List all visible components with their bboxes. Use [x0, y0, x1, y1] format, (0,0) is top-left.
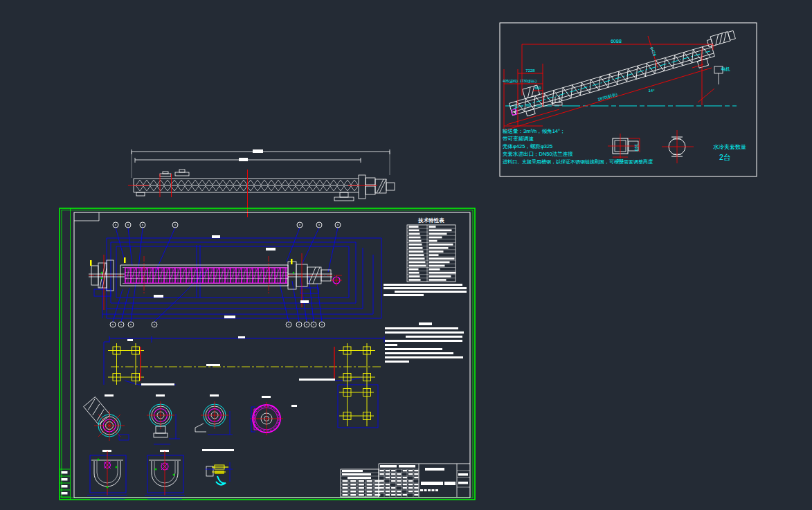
casing: [134, 170, 359, 201]
titleblock-name-area: [419, 464, 470, 497]
technical-notes: [385, 322, 464, 363]
incline-conveyor-drawing[interactable]: 6088 7228 405(进料) 1730(斜长) 600 φ426 1870…: [497, 21, 760, 179]
plan-view: [104, 336, 384, 428]
balloon-dot: [514, 111, 515, 113]
dim-angle: 14°: [648, 89, 655, 93]
dim-feed: 405(进料): [503, 79, 518, 84]
truss-conveyor: [507, 28, 741, 122]
plan-labels: [127, 336, 335, 385]
drawing-title-blob: [421, 482, 443, 485]
cad-model-space[interactable]: 6088 7228 405(进料) 1730(斜长) 600 φ426 1870…: [0, 0, 812, 510]
spec-line-4: 夹套水进出口；DN50法兰连接: [503, 151, 573, 157]
section-trough-2: [145, 451, 185, 499]
round-flange-detail: [662, 130, 694, 163]
tensioner-outline: [338, 385, 378, 428]
section-nozzle-detail: [205, 462, 233, 485]
hose-curve: [216, 476, 226, 485]
section-views: [84, 394, 297, 499]
section-jacket: [250, 402, 283, 435]
drive-assembly: [359, 175, 395, 199]
assembly-drawing-sheet[interactable]: 技术特性表: [58, 206, 478, 504]
anchor-bolts-tensioner: [339, 385, 374, 426]
anchor-bolts-left: [108, 343, 144, 385]
spec-line-5: 进料口、支腿采用槽钢，以保证不锈钢链接刚固，可根据需要调整高度: [503, 159, 653, 165]
dim-shell: φ426: [650, 46, 657, 57]
jacket-qty: 2台: [719, 153, 730, 161]
dim-pitch: 1730(斜长): [520, 79, 537, 84]
dim-text-blob: [253, 149, 263, 153]
section-labels: [102, 394, 297, 452]
title-block: [341, 464, 470, 497]
jacket-label: 水冷夹套数量: [713, 144, 746, 150]
titleblock-grid: [379, 464, 419, 497]
tail-end-assembly: [89, 255, 126, 310]
spec-notes: 输送量：3m³/h，倾角14°； 带可变频调速 壳体φ425，螺距φ325 夹套…: [503, 128, 653, 165]
main-assembly-view: [89, 222, 381, 327]
section-inlet: [84, 397, 129, 441]
spec-line-3: 壳体φ425，螺距φ325: [503, 143, 552, 149]
section-trough-1: [87, 451, 127, 499]
spec-line-1: 输送量：3m³/h，倾角14°；: [503, 128, 566, 134]
motor-label: 电机: [721, 66, 731, 71]
flange-dim-side: 390: [634, 144, 638, 152]
section-bracket: [195, 401, 233, 435]
table-footnotes: [384, 284, 467, 296]
dim-overall: 6088: [611, 39, 622, 44]
section-bearing: [147, 401, 180, 444]
drive-motor: [710, 32, 730, 46]
tech-table-title: 技术特性表: [417, 217, 444, 224]
spec-line-2: 带可变频调速: [503, 136, 534, 142]
dim-left-top: 7228: [525, 69, 535, 73]
bom-table: [341, 469, 380, 497]
tech-table: 技术特性表: [407, 217, 456, 282]
dim-600: 600: [535, 86, 541, 90]
drive-end-assembly: [288, 253, 342, 307]
screw-casing: [120, 265, 288, 286]
zone-marker: [74, 212, 99, 221]
dim-text-blob: [239, 158, 248, 161]
discharge-chute: [697, 59, 708, 69]
